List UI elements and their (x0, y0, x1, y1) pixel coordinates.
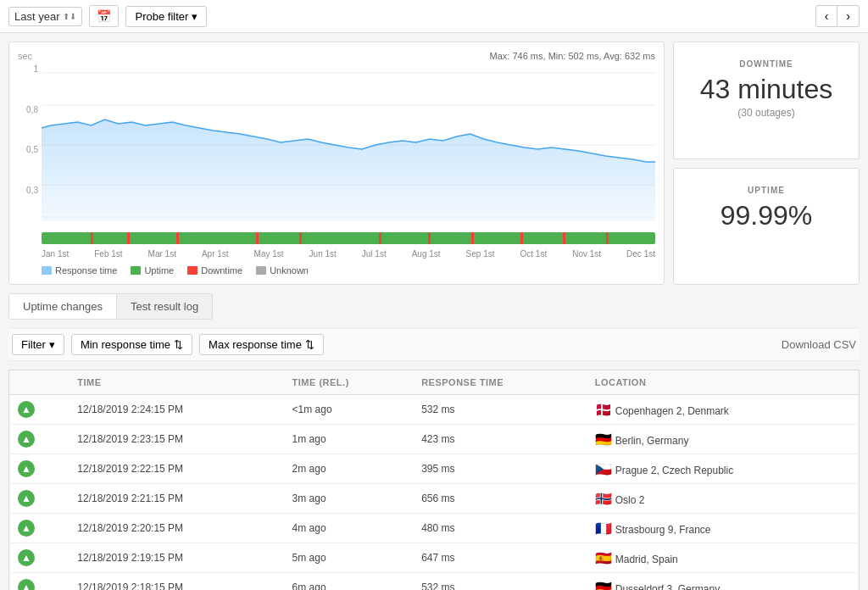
chart-stats: Max: 746 ms, Min: 502 ms, Avg: 632 ms (490, 51, 655, 61)
legend-downtime: Downtime (187, 265, 242, 276)
response-time-chart (42, 64, 655, 225)
uptime-bar (42, 232, 655, 246)
location-cell: 🇨🇿Prague 2, Czech Republic (587, 454, 860, 484)
status-cell: ▲ (9, 425, 70, 454)
col-time-rel: TIME (REL.) (284, 370, 414, 395)
country-flag: 🇫🇷 (595, 521, 612, 536)
time-cell: 12/18/2019 2:22:15 PM (69, 454, 283, 484)
chart-panel: sec Max: 746 ms, Min: 502 ms, Avg: 632 m… (8, 42, 665, 285)
filter-button[interactable]: Filter ▾ (12, 334, 64, 355)
time-cell: 12/18/2019 2:24:15 PM (69, 395, 283, 425)
max-response-sort[interactable]: Max response time ⇅ (199, 334, 324, 355)
legend-uptime: Uptime (131, 265, 174, 276)
y-axis-label: sec (18, 51, 32, 61)
bottom-section: Uptime changes Test result log Filter ▾ … (0, 293, 868, 590)
time-cell: 12/18/2019 2:23:15 PM (69, 425, 283, 454)
main-content: sec Max: 746 ms, Min: 502 ms, Avg: 632 m… (0, 33, 868, 293)
status-up-icon: ▲ (18, 549, 35, 566)
table-header-row: TIME TIME (REL.) RESPONSE TIME LOCATION (9, 370, 860, 395)
time-rel-cell: 6m ago (284, 573, 414, 591)
probe-filter-button[interactable]: Probe filter ▾ (125, 6, 207, 27)
location-cell: 🇪🇸Madrid, Spain (587, 543, 860, 573)
table-row: ▲ 12/18/2019 2:23:15 PM 1m ago 423 ms 🇩🇪… (9, 425, 860, 454)
x-axis: Jan 1st Feb 1st Mar 1st Apr 1st May 1st … (42, 249, 655, 259)
downtime-sub: (30 outages) (691, 107, 842, 119)
status-up-icon: ▲ (18, 431, 35, 448)
response-time-cell: 532 ms (413, 395, 587, 425)
nav-arrows: ‹ › (815, 5, 860, 27)
location-cell: 🇩🇰Copenhagen 2, Denmark (587, 395, 860, 425)
sort-icon: ⇅ (174, 338, 183, 351)
status-cell: ▲ (9, 543, 70, 573)
time-rel-cell: 5m ago (284, 543, 414, 573)
response-time-cell: 647 ms (413, 543, 587, 573)
response-time-cell: 423 ms (413, 425, 587, 454)
time-cell: 12/18/2019 2:20:15 PM (69, 514, 283, 543)
time-rel-cell: 4m ago (284, 514, 414, 543)
status-cell: ▲ (9, 573, 70, 591)
status-up-icon: ▲ (18, 460, 35, 477)
response-time-cell: 532 ms (413, 573, 587, 591)
period-label: Last year (14, 10, 59, 23)
uptime-value: 99.99% (691, 200, 842, 231)
status-up-icon: ▲ (18, 490, 35, 507)
country-flag: 🇨🇿 (595, 462, 612, 476)
min-response-sort[interactable]: Min response time ⇅ (71, 334, 192, 355)
country-flag: 🇩🇰 (595, 403, 612, 417)
response-time-cell: 480 ms (413, 514, 587, 543)
status-cell: ▲ (9, 514, 70, 543)
country-flag: 🇩🇪 (595, 432, 612, 447)
tab-uptime-changes[interactable]: Uptime changes (8, 293, 117, 320)
col-time: TIME (69, 370, 283, 395)
legend-response-time: Response time (42, 265, 117, 276)
time-rel-cell: 3m ago (284, 484, 414, 514)
uptime-label: UPTIME (691, 186, 842, 195)
table-row: ▲ 12/18/2019 2:24:15 PM <1m ago 532 ms 🇩… (9, 395, 860, 425)
time-cell: 12/18/2019 2:19:15 PM (69, 543, 283, 573)
calendar-button[interactable]: 📅 (89, 5, 119, 27)
location-cell: 🇳🇴Oslo 2 (587, 484, 860, 514)
tabs: Uptime changes Test result log (8, 293, 860, 320)
time-cell: 12/18/2019 2:18:15 PM (69, 573, 283, 591)
period-selector[interactable]: Last year ⬆⬇ (8, 7, 82, 26)
table-row: ▲ 12/18/2019 2:18:15 PM 6m ago 532 ms 🇩🇪… (9, 573, 860, 591)
table-row: ▲ 12/18/2019 2:21:15 PM 3m ago 656 ms 🇳🇴… (9, 484, 860, 514)
time-rel-cell: 1m ago (284, 425, 414, 454)
min-response-label: Min response time (81, 338, 170, 351)
dropdown-arrow: ▾ (192, 10, 198, 23)
country-flag: 🇩🇪 (595, 581, 612, 591)
location-cell: 🇩🇪Berlin, Germany (587, 425, 860, 454)
download-csv-button[interactable]: Download CSV (782, 338, 856, 351)
location-cell: 🇫🇷Strasbourg 9, France (587, 514, 860, 543)
response-time-cell: 656 ms (413, 484, 587, 514)
country-flag: 🇳🇴 (595, 492, 612, 506)
status-up-icon: ▲ (18, 520, 35, 537)
filter-label: Filter (21, 338, 46, 351)
status-up-icon: ▲ (18, 579, 35, 590)
prev-button[interactable]: ‹ (815, 5, 838, 27)
top-bar: Last year ⬆⬇ 📅 Probe filter ▾ ‹ › (0, 0, 868, 33)
downtime-value: 43 minutes (691, 74, 842, 105)
country-flag: 🇪🇸 (595, 551, 612, 565)
select-arrows: ⬆⬇ (63, 12, 76, 21)
table-row: ▲ 12/18/2019 2:19:15 PM 5m ago 647 ms 🇪🇸… (9, 543, 860, 573)
col-status (9, 370, 70, 395)
response-time-cell: 395 ms (413, 454, 587, 484)
next-button[interactable]: › (837, 5, 860, 27)
sort-icon-2: ⇅ (305, 338, 314, 351)
tab-test-result-log[interactable]: Test result log (117, 293, 213, 320)
location-cell: 🇩🇪Dusseldorf 3, Germany (587, 573, 860, 591)
probe-filter-label: Probe filter (135, 10, 188, 23)
status-cell: ▲ (9, 454, 70, 484)
downtime-label: DOWNTIME (691, 59, 842, 69)
uptime-card: UPTIME 99.99% (673, 168, 860, 286)
time-cell: 12/18/2019 2:21:15 PM (69, 484, 283, 514)
col-location: LOCATION (587, 370, 860, 395)
downtime-card: DOWNTIME 43 minutes (30 outages) (673, 42, 860, 159)
status-cell: ▲ (9, 395, 70, 425)
max-response-label: Max response time (209, 338, 302, 351)
table-row: ▲ 12/18/2019 2:22:15 PM 2m ago 395 ms 🇨🇿… (9, 454, 860, 484)
status-up-icon: ▲ (18, 401, 35, 418)
table-row: ▲ 12/18/2019 2:20:15 PM 4m ago 480 ms 🇫🇷… (9, 514, 860, 543)
results-table: TIME TIME (REL.) RESPONSE TIME LOCATION … (8, 370, 860, 590)
